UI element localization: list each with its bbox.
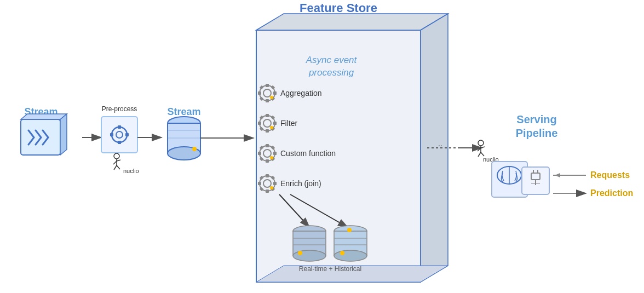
diagram-container: Feature Store Async event processing Agg…	[0, 0, 644, 293]
aggregation-label: Aggregation	[280, 89, 322, 97]
enrich-label: Enrich (join)	[280, 179, 321, 188]
prediction-label: Prediction	[590, 188, 633, 198]
svg-rect-10	[273, 91, 277, 95]
svg-rect-42	[266, 189, 269, 193]
stream-right-label: Stream	[167, 106, 200, 117]
svg-point-54	[293, 250, 326, 261]
feature-store-title: Feature Store	[300, 1, 377, 15]
svg-marker-1	[256, 14, 448, 30]
svg-rect-31	[266, 159, 269, 163]
svg-point-60	[334, 250, 367, 261]
svg-line-104	[481, 152, 484, 156]
svg-rect-78	[125, 133, 129, 136]
svg-text:Pipeline: Pipeline	[516, 127, 558, 139]
filter-label: Filter	[280, 119, 297, 128]
svg-text:Serving: Serving	[516, 113, 556, 125]
requests-label: Requests	[590, 170, 630, 180]
svg-rect-33	[258, 152, 261, 155]
real-time-historical-label: Real-time + Historical	[299, 265, 361, 273]
svg-rect-9	[266, 99, 269, 102]
svg-point-49	[270, 186, 273, 189]
svg-rect-73	[101, 117, 137, 153]
svg-rect-21	[273, 122, 277, 125]
svg-point-16	[270, 96, 273, 99]
svg-rect-43	[273, 182, 277, 185]
svg-rect-11	[258, 91, 261, 95]
nuclio-left-label: nuclio	[123, 168, 139, 174]
svg-rect-41	[266, 174, 269, 177]
svg-point-27	[270, 126, 273, 129]
svg-text:processing: processing	[308, 67, 354, 78]
svg-rect-22	[258, 122, 261, 125]
svg-rect-76	[118, 125, 121, 129]
svg-rect-79	[110, 133, 113, 136]
svg-point-38	[270, 156, 273, 159]
svg-line-103	[478, 152, 481, 157]
svg-marker-70	[21, 114, 67, 119]
svg-line-83	[117, 160, 120, 161]
svg-rect-77	[118, 141, 121, 144]
svg-rect-20	[266, 129, 269, 133]
svg-point-64	[347, 228, 352, 232]
svg-text:Async event: Async event	[306, 55, 358, 65]
pre-process-label: Pre-process	[102, 105, 137, 113]
svg-marker-2	[421, 14, 448, 282]
svg-point-57	[298, 251, 302, 255]
svg-point-99	[478, 140, 484, 146]
svg-text:..: ..	[438, 139, 442, 148]
svg-point-63	[340, 251, 344, 255]
svg-point-80	[114, 153, 119, 159]
svg-line-102	[481, 147, 485, 148]
svg-rect-8	[266, 84, 269, 87]
svg-rect-32	[273, 152, 277, 155]
svg-line-82	[113, 161, 117, 164]
svg-rect-19	[266, 114, 269, 117]
svg-marker-71	[60, 114, 67, 155]
svg-line-84	[114, 165, 117, 170]
svg-rect-44	[258, 182, 261, 185]
custom-function-label: Custom function	[280, 149, 336, 158]
svg-marker-115	[555, 173, 560, 177]
svg-line-85	[117, 165, 120, 169]
svg-point-92	[192, 147, 197, 151]
svg-rect-30	[266, 144, 269, 147]
